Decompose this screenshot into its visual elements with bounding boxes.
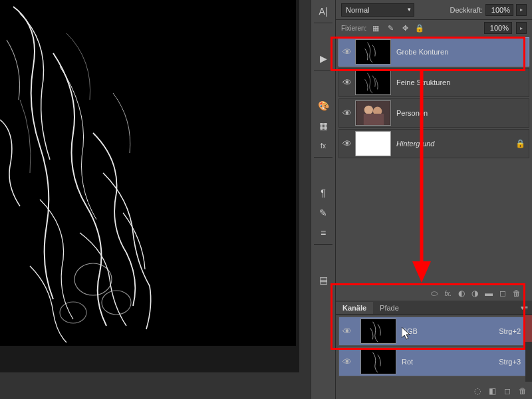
tab-channels[interactable]: Kanäle <box>336 302 373 314</box>
stack-icon[interactable]: ▤ <box>313 271 333 289</box>
channels-bottom-toolbar: ◌ ◧ ◻ 🗑 <box>336 384 527 398</box>
channel-row-rot[interactable]: 👁 Rot Strg+3 <box>338 347 529 376</box>
fx-icon[interactable]: fx <box>313 137 333 154</box>
layer-thumbnail[interactable] <box>355 39 391 65</box>
channels-panel: Kanäle Pfade ▾≡ 👁 RGB Strg+2 👁 Rot Strg+… <box>336 301 532 379</box>
channel-row-rgb[interactable]: 👁 RGB Strg+2 <box>338 317 529 346</box>
panel-tabs: Kanäle Pfade ▾≡ <box>336 301 532 315</box>
brush-settings-icon[interactable]: ✎ <box>313 204 333 221</box>
layer-name-label: Grobe Konturen <box>396 48 529 56</box>
svg-rect-10 <box>361 319 395 343</box>
visibility-toggle[interactable]: 👁 <box>339 356 355 367</box>
selection-icon[interactable]: ◌ <box>474 386 481 396</box>
layer-thumbnail[interactable] <box>355 70 391 95</box>
channels-list: 👁 RGB Strg+2 👁 Rot Strg+3 <box>336 315 532 379</box>
folder-icon[interactable]: ▬ <box>485 289 493 298</box>
visibility-toggle[interactable]: 👁 <box>339 47 355 57</box>
visibility-toggle[interactable]: 👁 <box>339 77 355 88</box>
new-layer-icon[interactable]: ◻ <box>499 289 506 298</box>
grid-icon[interactable]: ▦ <box>313 117 333 134</box>
opacity-stepper[interactable]: ▸ <box>516 4 527 16</box>
layer-thumbnail[interactable] <box>355 131 391 156</box>
layer-row-grobe-konturen[interactable]: 👁 Grobe Konturen <box>338 37 529 66</box>
lock-all-icon[interactable]: 🔒 <box>414 23 425 33</box>
layer-name-label: Hintergrund <box>396 140 515 148</box>
layer-name-label: Personen <box>396 109 529 117</box>
channel-shortcut-label: Strg+2 <box>499 327 529 335</box>
svg-rect-5 <box>356 70 390 94</box>
mask-channel-icon[interactable]: ◧ <box>489 386 496 396</box>
svg-rect-4 <box>356 40 390 64</box>
blend-mode-dropdown[interactable]: Normal <box>341 3 414 17</box>
tab-paths[interactable]: Pfade <box>373 302 406 314</box>
lock-label: Fixieren: <box>341 25 366 32</box>
layers-list: 👁 Grobe Konturen 👁 Feine Strukturen 👁 Pe… <box>336 36 532 161</box>
svg-rect-9 <box>364 114 384 125</box>
scrollbar[interactable] <box>525 315 532 382</box>
trash-icon[interactable]: 🗑 <box>513 289 521 298</box>
visibility-toggle[interactable]: 👁 <box>339 108 355 118</box>
layer-row-feine-strukturen[interactable]: 👁 Feine Strukturen <box>338 68 529 97</box>
link-icon[interactable]: ⬭ <box>431 289 438 298</box>
opacity-label: Deckkraft: <box>450 6 483 14</box>
lock-pixels-icon[interactable]: ▦ <box>370 23 381 33</box>
layer-thumbnail[interactable] <box>355 100 391 126</box>
layer-row-hintergrund[interactable]: 👁 Hintergrund 🔒 <box>338 129 529 158</box>
svg-point-7 <box>364 106 373 114</box>
tool-dock: A| ▶ 🎨 ▦ fx ¶ ✎ ≡ ▤ <box>311 0 336 399</box>
svg-rect-11 <box>361 350 395 374</box>
swatches-icon[interactable]: 🎨 <box>313 97 333 114</box>
lock-brush-icon[interactable]: ✎ <box>385 23 396 33</box>
lock-icon: 🔒 <box>515 139 529 148</box>
layers-bottom-toolbar: ⬭ fx. ◐ ◑ ▬ ◻ 🗑 <box>336 286 527 301</box>
channel-shortcut-label: Strg+3 <box>499 358 529 366</box>
align-icon[interactable]: ≡ <box>313 224 333 241</box>
layer-row-personen[interactable]: 👁 Personen <box>338 98 529 128</box>
opacity-input[interactable]: 100% <box>485 4 513 16</box>
fill-stepper[interactable]: ▸ <box>516 22 527 34</box>
visibility-toggle[interactable]: 👁 <box>339 138 355 149</box>
play-icon[interactable]: ▶ <box>313 50 333 67</box>
channel-name-label: RGB <box>402 327 499 335</box>
canvas-area <box>0 0 299 372</box>
adjustment-icon[interactable]: ◑ <box>471 289 478 298</box>
channel-thumbnail[interactable] <box>360 319 396 344</box>
type-tool-icon[interactable]: A| <box>313 3 333 20</box>
channel-name-label: Rot <box>402 358 499 366</box>
layer-name-label: Feine Strukturen <box>396 78 529 86</box>
document-canvas[interactable] <box>0 0 296 346</box>
trash-icon[interactable]: 🗑 <box>519 386 527 396</box>
fill-input[interactable]: 100% <box>484 22 512 34</box>
fx-icon[interactable]: fx. <box>444 290 452 297</box>
layers-options-bar: Normal Deckkraft: 100% ▸ <box>336 0 532 20</box>
lock-position-icon[interactable]: ✥ <box>400 23 410 33</box>
channel-thumbnail[interactable] <box>360 349 396 374</box>
mask-icon[interactable]: ◐ <box>458 289 465 298</box>
visibility-toggle[interactable]: 👁 <box>339 326 355 336</box>
panel-menu-icon[interactable]: ▾≡ <box>517 304 532 311</box>
svg-rect-0 <box>0 0 296 346</box>
lock-bar: Fixieren: ▦ ✎ ✥ 🔒 100% ▸ <box>336 20 532 36</box>
new-channel-icon[interactable]: ◻ <box>504 386 511 396</box>
scroll-thumb[interactable] <box>525 315 532 342</box>
paragraph-icon[interactable]: ¶ <box>313 184 333 201</box>
